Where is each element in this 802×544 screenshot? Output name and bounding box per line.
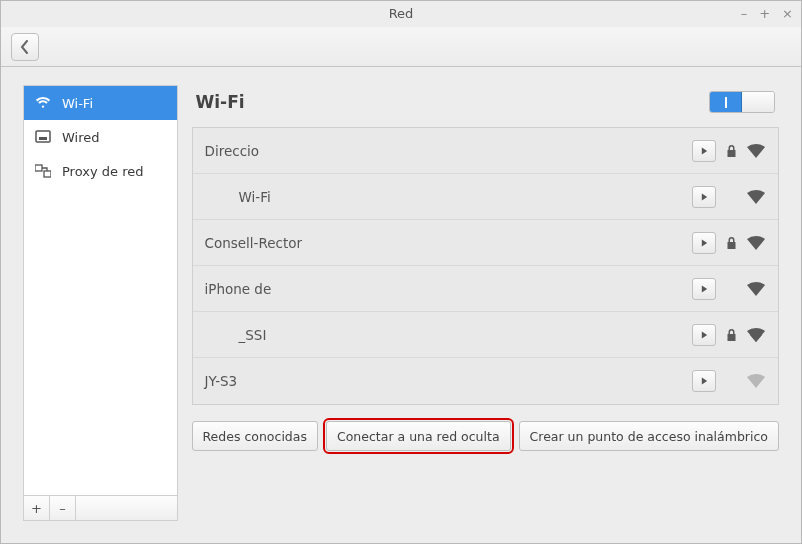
lock-icon [724, 236, 738, 250]
close-button[interactable]: × [780, 1, 795, 27]
titlebar: Red – + × [1, 1, 801, 27]
sidebar-item-wifi[interactable]: Wi-Fi [24, 86, 177, 120]
main-panel: Wi-Fi Direccio Wi-Fi [192, 85, 780, 521]
svg-rect-2 [35, 165, 42, 171]
network-name: JY-S3 [205, 373, 693, 389]
signal-icon [746, 281, 766, 297]
window: Red – + × Wi-Fi [0, 0, 802, 544]
panel-title: Wi-Fi [196, 92, 245, 112]
network-list: Direccio Wi-Fi Consell [192, 127, 780, 405]
network-row[interactable]: Wi-Fi [193, 174, 779, 220]
network-name: Direccio [205, 143, 693, 159]
network-name: _SSI [205, 327, 693, 343]
wifi-icon [34, 95, 52, 111]
svg-rect-1 [39, 137, 47, 140]
lock-icon [724, 144, 738, 158]
details-button[interactable] [692, 186, 716, 208]
chevron-left-icon [20, 40, 30, 54]
sidebar-item-proxy[interactable]: Proxy de red [24, 154, 177, 188]
details-button[interactable] [692, 232, 716, 254]
signal-icon [746, 235, 766, 251]
minimize-button[interactable]: – [739, 1, 750, 27]
remove-button[interactable]: – [50, 496, 76, 520]
content: Wi-Fi Wired Proxy de red + – [1, 67, 801, 543]
signal-icon [746, 327, 766, 343]
network-name: Consell-Rector [205, 235, 693, 251]
sidebar-item-label: Proxy de red [62, 164, 143, 179]
network-row[interactable]: JY-S3 [193, 358, 779, 404]
headerbar [1, 27, 801, 67]
lock-icon [724, 328, 738, 342]
details-button[interactable] [692, 370, 716, 392]
network-row[interactable]: Consell-Rector [193, 220, 779, 266]
details-button[interactable] [692, 324, 716, 346]
connect-hidden-button[interactable]: Conectar a una red oculta [326, 421, 511, 451]
network-name: iPhone de [205, 281, 693, 297]
bottom-buttons: Redes conocidas Conectar a una red ocult… [192, 421, 780, 451]
create-hotspot-button[interactable]: Crear un punto de acceso inalámbrico [519, 421, 779, 451]
window-title: Red [389, 6, 414, 21]
sidebar-item-label: Wired [62, 130, 100, 145]
wifi-toggle[interactable] [709, 91, 775, 113]
maximize-button[interactable]: + [757, 1, 772, 27]
svg-rect-0 [36, 131, 50, 142]
network-row[interactable]: _SSI [193, 312, 779, 358]
ethernet-icon [34, 129, 52, 145]
sidebar-item-wired[interactable]: Wired [24, 120, 177, 154]
sidebar-toolbar: + – [23, 495, 178, 521]
signal-icon [746, 373, 766, 389]
details-button[interactable] [692, 140, 716, 162]
sidebar: Wi-Fi Wired Proxy de red + – [23, 85, 178, 521]
network-row[interactable]: iPhone de [193, 266, 779, 312]
signal-icon [746, 143, 766, 159]
add-button[interactable]: + [24, 496, 50, 520]
known-networks-button[interactable]: Redes conocidas [192, 421, 318, 451]
network-name: Wi-Fi [205, 189, 693, 205]
sidebar-item-label: Wi-Fi [62, 96, 93, 111]
details-button[interactable] [692, 278, 716, 300]
back-button[interactable] [11, 33, 39, 61]
signal-icon [746, 189, 766, 205]
proxy-icon [34, 163, 52, 179]
svg-rect-3 [44, 171, 51, 177]
network-row[interactable]: Direccio [193, 128, 779, 174]
